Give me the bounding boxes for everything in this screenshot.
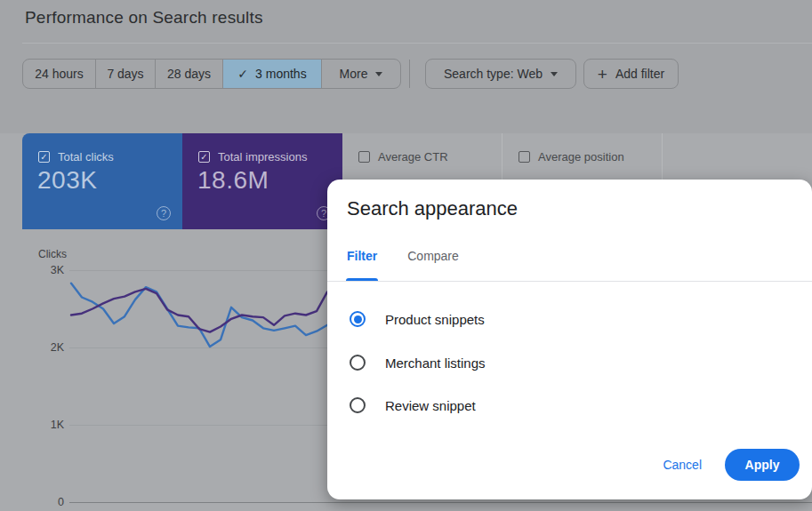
impressions-line	[71, 289, 327, 332]
tabbar-divider	[327, 281, 812, 282]
option-label: Product snippets	[385, 312, 485, 327]
dialog-footer: Cancel Apply	[663, 449, 800, 481]
option-label: Merchant listings	[385, 355, 486, 371]
option-merchant-listings[interactable]: Merchant listings	[327, 344, 812, 381]
cancel-button[interactable]: Cancel	[663, 458, 702, 472]
search-appearance-dialog: Search appearance Filter Compare Product…	[327, 180, 812, 499]
option-label: Review snippet	[385, 398, 476, 413]
radio-unselected-icon[interactable]	[350, 355, 366, 371]
radio-selected-icon[interactable]	[350, 311, 366, 327]
apply-button[interactable]: Apply	[725, 449, 800, 481]
dialog-title: Search appearance	[347, 197, 518, 220]
search-console-performance-screen: Performance on Search results 24 hours 7…	[0, 0, 812, 511]
radio-unselected-icon[interactable]	[350, 397, 366, 413]
tab-label: Compare	[407, 249, 459, 263]
option-review-snippet[interactable]: Review snippet	[327, 387, 812, 424]
option-product-snippets[interactable]: Product snippets	[327, 300, 812, 338]
tab-filter[interactable]: Filter	[347, 249, 377, 281]
tab-compare[interactable]: Compare	[407, 249, 459, 281]
dialog-tabs: Filter Compare	[347, 249, 489, 281]
tab-label: Filter	[347, 249, 377, 263]
